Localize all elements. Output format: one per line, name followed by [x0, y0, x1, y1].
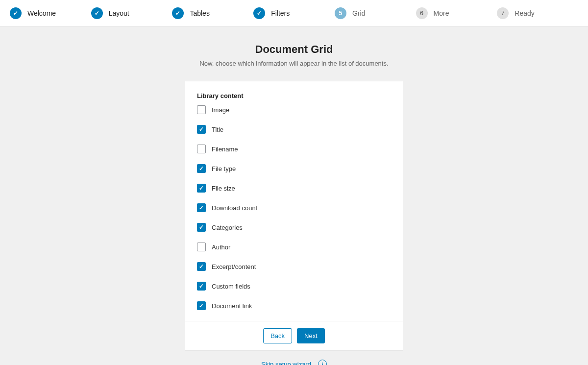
checkbox[interactable] [197, 203, 206, 212]
checkbox[interactable] [197, 223, 206, 232]
check-icon [253, 7, 265, 19]
checkbox-label: Categories [212, 224, 243, 231]
wizard-stepper: WelcomeLayoutTablesFilters5Grid6More7Rea… [0, 0, 588, 26]
step-label: More [434, 9, 449, 17]
page-subtitle: Now, choose which information will appea… [199, 60, 388, 67]
step-label: Welcome [27, 9, 56, 17]
check-icon [172, 7, 184, 19]
step-filters[interactable]: Filters [253, 7, 335, 19]
checkbox-label: File size [212, 185, 235, 192]
checkbox-row[interactable]: Download count [197, 203, 391, 212]
checkbox[interactable] [197, 125, 206, 134]
step-layout[interactable]: Layout [91, 7, 172, 19]
check-icon [91, 7, 103, 19]
step-grid: 5Grid [335, 7, 416, 19]
back-button[interactable]: Back [263, 328, 292, 343]
checkbox-row[interactable]: Excerpt/content [197, 262, 391, 271]
checkbox-list: ImageTitleFilenameFile typeFile sizeDown… [197, 105, 391, 310]
checkbox[interactable] [197, 184, 206, 193]
checkbox-row[interactable]: File size [197, 184, 391, 193]
checkbox-label: Document link [212, 302, 252, 310]
checkbox-label: File type [212, 165, 236, 172]
checkbox-row[interactable]: Filename [197, 145, 391, 153]
step-number: 6 [416, 7, 428, 19]
main-content: Document Grid Now, choose which informat… [0, 26, 588, 365]
page-title: Document Grid [255, 43, 333, 56]
step-number: 5 [335, 7, 346, 19]
checkbox[interactable] [197, 105, 206, 114]
checkbox-row[interactable]: Author [197, 243, 391, 251]
options-card: Library content ImageTitleFilenameFile t… [185, 81, 403, 351]
step-welcome[interactable]: Welcome [10, 7, 91, 19]
checkbox[interactable] [197, 164, 206, 173]
skip-row: Skip setup wizard i [185, 360, 403, 365]
step-tables[interactable]: Tables [172, 7, 253, 19]
checkbox-label: Custom fields [212, 283, 250, 290]
step-number: 7 [497, 7, 509, 19]
step-label: Layout [109, 9, 129, 17]
checkbox-row[interactable]: File type [197, 164, 391, 173]
skip-setup-link[interactable]: Skip setup wizard [261, 361, 311, 365]
step-ready: 7Ready [497, 7, 578, 19]
checkbox-label: Author [212, 243, 230, 251]
info-icon[interactable]: i [318, 360, 327, 365]
checkbox-row[interactable]: Image [197, 105, 391, 114]
step-label: Ready [514, 9, 534, 17]
checkbox-row[interactable]: Title [197, 125, 391, 134]
checkbox-label: Image [212, 106, 229, 114]
checkbox[interactable] [197, 262, 206, 271]
checkbox[interactable] [197, 282, 206, 291]
checkbox-row[interactable]: Document link [197, 301, 391, 310]
step-label: Grid [352, 9, 365, 17]
step-more: 6More [416, 7, 497, 19]
step-label: Filters [271, 9, 290, 17]
checkbox-row[interactable]: Categories [197, 223, 391, 232]
next-button[interactable]: Next [297, 328, 325, 343]
checkbox[interactable] [197, 145, 206, 153]
check-icon [10, 7, 22, 19]
checkbox-row[interactable]: Custom fields [197, 282, 391, 291]
checkbox-label: Download count [212, 204, 257, 212]
checkbox-label: Title [212, 126, 223, 133]
checkbox[interactable] [197, 301, 206, 310]
section-label: Library content [197, 92, 391, 99]
card-footer: Back Next [185, 321, 403, 350]
checkbox[interactable] [197, 243, 206, 251]
step-label: Tables [190, 9, 209, 17]
checkbox-label: Filename [212, 146, 238, 153]
checkbox-label: Excerpt/content [212, 263, 256, 270]
